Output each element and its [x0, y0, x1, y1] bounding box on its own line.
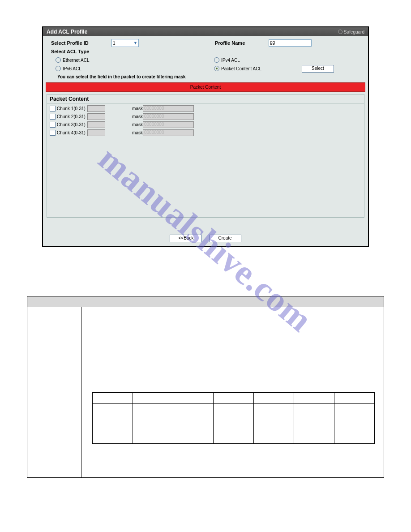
ipv6-acl-label: IPv6 ACL — [63, 66, 214, 71]
ethernet-acl-label: Ethernet ACL — [63, 58, 214, 63]
chunk4-mask-label: mask — [130, 130, 143, 135]
packet-content-acl-label: Packet Content ACL — [221, 66, 302, 71]
ipv4-acl-label: IPv4 ACL — [221, 58, 240, 63]
chunk3-mask-input[interactable]: 00000000 — [143, 121, 194, 128]
packet-content-panel: Packet Content Chunk 1(0-31) mask 000000… — [47, 94, 364, 218]
profile-id-select[interactable]: 1 ▼ — [111, 39, 139, 47]
packet-content-acl-radio[interactable] — [214, 66, 219, 71]
chunk2-checkbox[interactable] — [50, 114, 56, 120]
chunk4-label: Chunk 4(0-31) — [57, 130, 87, 135]
instruction-text: You can select the field in the packet t… — [51, 73, 364, 80]
chunk3-checkbox[interactable] — [50, 122, 56, 128]
chunk3-label: Chunk 3(0-31) — [57, 122, 87, 127]
safeguard-icon — [338, 30, 342, 34]
chunk1-checkbox[interactable] — [50, 106, 56, 112]
chunk3-value-input[interactable] — [87, 121, 105, 128]
safeguard-indicator: Safeguard — [338, 30, 364, 34]
add-acl-profile-dialog: Add ACL Profile Safeguard Select Profile… — [42, 26, 369, 247]
chunk4-value-input[interactable] — [87, 129, 105, 136]
select-acl-type-label: Select ACL Type — [51, 49, 111, 54]
profile-name-label: Profile Name — [215, 40, 269, 46]
create-button[interactable]: Create — [209, 235, 241, 242]
ipv6-acl-radio[interactable] — [56, 66, 61, 71]
parameter-desc-col — [81, 307, 384, 477]
profile-name-input[interactable]: gg — [269, 39, 312, 47]
ipv4-acl-radio[interactable] — [214, 57, 219, 63]
parameter-name-col — [27, 307, 81, 477]
packet-content-header: Packet Content — [47, 94, 364, 103]
byte-layout-table — [92, 392, 375, 444]
chevron-down-icon: ▼ — [133, 41, 137, 45]
dialog-title: Add ACL Profile — [47, 29, 87, 35]
chunk1-mask-input[interactable]: 00000000 — [143, 105, 194, 112]
packet-content-bar: Packet Content — [46, 82, 365, 92]
chunk4-mask-input[interactable]: 00000000 — [143, 129, 194, 136]
chunk1-value-input[interactable] — [87, 105, 105, 112]
chunk2-mask-label: mask — [130, 114, 143, 119]
chunk1-label: Chunk 1(0-31) — [57, 106, 87, 111]
chunk2-label: Chunk 2(0-31) — [57, 114, 87, 119]
parameter-table — [27, 296, 384, 478]
chunk2-value-input[interactable] — [87, 113, 105, 120]
chunk3-mask-label: mask — [130, 122, 143, 127]
select-button[interactable]: Select — [302, 65, 334, 73]
back-button[interactable]: <<Back — [170, 235, 202, 242]
chunk1-mask-label: mask — [130, 106, 143, 111]
dialog-titlebar: Add ACL Profile Safeguard — [43, 27, 368, 36]
select-profile-id-label: Select Profile ID — [51, 40, 111, 46]
chunk2-mask-input[interactable]: 00000000 — [143, 113, 194, 120]
ethernet-acl-radio[interactable] — [56, 57, 61, 63]
parameter-table-header — [27, 296, 384, 307]
chunk4-checkbox[interactable] — [50, 130, 56, 136]
